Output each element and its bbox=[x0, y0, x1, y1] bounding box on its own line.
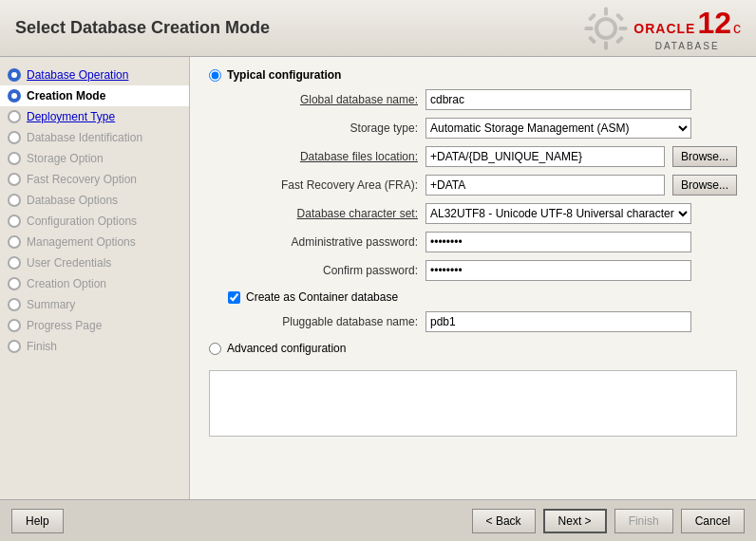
step-circle-8 bbox=[8, 215, 21, 228]
sidebar-item-configuration-options: Configuration Options bbox=[0, 211, 189, 232]
sidebar-label-fast-recovery-option: Fast Recovery Option bbox=[27, 173, 137, 186]
sidebar-label-management-options: Management Options bbox=[27, 235, 136, 249]
svg-rect-1 bbox=[604, 7, 608, 15]
oracle-branding: ORACLE 12c DATABASE bbox=[633, 6, 741, 51]
step-circle-1 bbox=[8, 68, 21, 82]
svg-rect-7 bbox=[588, 35, 596, 44]
step-circle-2 bbox=[8, 89, 21, 103]
sidebar-label-progress-page: Progress Page bbox=[27, 319, 102, 332]
header: Select Database Creation Mode ORACLE 12c… bbox=[0, 0, 756, 57]
oracle-logo: ORACLE 12c DATABASE bbox=[582, 5, 741, 52]
message-box bbox=[209, 370, 737, 437]
step-circle-3 bbox=[8, 110, 21, 123]
sidebar-item-fast-recovery-option: Fast Recovery Option bbox=[0, 169, 189, 190]
sidebar: Database Operation Creation Mode Deploym… bbox=[0, 57, 190, 499]
sidebar-item-management-options: Management Options bbox=[0, 232, 189, 252]
db-files-location-row: Database files location: Browse... bbox=[228, 146, 737, 167]
step-circle-12 bbox=[8, 298, 21, 311]
next-button[interactable]: Next > bbox=[543, 509, 607, 533]
sidebar-label-finish: Finish bbox=[27, 340, 57, 353]
container-db-row[interactable]: Create as Container database bbox=[228, 290, 737, 304]
oracle-version-c: c bbox=[733, 20, 741, 37]
pluggable-db-input[interactable] bbox=[425, 311, 691, 332]
db-files-location-input[interactable] bbox=[425, 146, 665, 167]
footer: Help < Back Next > Finish Cancel bbox=[0, 499, 756, 541]
sidebar-item-user-credentials: User Credentials bbox=[0, 252, 189, 273]
sidebar-label-database-identification: Database Identification bbox=[27, 131, 142, 144]
db-files-location-label: Database files location: bbox=[228, 150, 418, 163]
help-button[interactable]: Help bbox=[11, 509, 64, 533]
sidebar-item-database-operation[interactable]: Database Operation bbox=[0, 65, 189, 85]
sidebar-label-creation-mode: Creation Mode bbox=[27, 89, 105, 103]
global-db-name-label: Global database name: bbox=[228, 93, 418, 106]
admin-password-label: Administrative password: bbox=[228, 235, 418, 249]
svg-rect-3 bbox=[585, 27, 594, 30]
fast-recovery-area-row: Fast Recovery Area (FRA): Browse... bbox=[228, 175, 737, 196]
back-button[interactable]: < Back bbox=[472, 509, 536, 533]
step-circle-14 bbox=[8, 340, 21, 353]
step-circle-7 bbox=[8, 194, 21, 207]
db-character-set-row: Database character set: AL32UTF8 - Unico… bbox=[228, 203, 737, 224]
svg-rect-5 bbox=[588, 12, 596, 21]
container-db-label[interactable]: Create as Container database bbox=[246, 290, 398, 304]
cancel-button[interactable]: Cancel bbox=[681, 509, 745, 533]
finish-button: Finish bbox=[614, 509, 673, 533]
global-db-name-input[interactable] bbox=[425, 89, 691, 110]
fast-recovery-area-label: Fast Recovery Area (FRA): bbox=[228, 178, 418, 192]
svg-rect-4 bbox=[619, 27, 628, 30]
step-circle-6 bbox=[8, 173, 21, 186]
sidebar-item-creation-option: Creation Option bbox=[0, 273, 189, 294]
step-circle-5 bbox=[8, 152, 21, 165]
storage-type-row: Storage type: Automatic Storage Manageme… bbox=[228, 118, 737, 139]
step-circle-9 bbox=[8, 235, 21, 249]
admin-password-input[interactable] bbox=[425, 232, 691, 252]
confirm-password-input[interactable] bbox=[425, 260, 691, 281]
oracle-database-label: DATABASE bbox=[633, 41, 741, 51]
typical-config-row[interactable]: Typical configuration bbox=[209, 68, 737, 82]
advanced-config-row[interactable]: Advanced configuration bbox=[209, 342, 737, 355]
sidebar-item-summary: Summary bbox=[0, 294, 189, 315]
sidebar-item-database-identification: Database Identification bbox=[0, 127, 189, 148]
typical-config-radio[interactable] bbox=[209, 69, 221, 82]
fast-recovery-browse-button[interactable]: Browse... bbox=[672, 175, 737, 196]
sidebar-label-creation-option: Creation Option bbox=[27, 277, 106, 290]
db-character-set-select[interactable]: AL32UTF8 - Unicode UTF-8 Universal chara… bbox=[425, 203, 691, 224]
db-character-set-label: Database character set: bbox=[228, 207, 418, 220]
sidebar-item-deployment-type[interactable]: Deployment Type bbox=[0, 106, 189, 127]
sidebar-item-database-options: Database Options bbox=[0, 190, 189, 211]
sidebar-item-finish: Finish bbox=[0, 336, 189, 357]
gear-icon bbox=[582, 5, 630, 52]
svg-point-0 bbox=[596, 19, 615, 38]
sidebar-label-deployment-type[interactable]: Deployment Type bbox=[27, 110, 115, 123]
sidebar-item-storage-option: Storage Option bbox=[0, 148, 189, 169]
sidebar-label-database-options: Database Options bbox=[27, 194, 118, 207]
advanced-config-label[interactable]: Advanced configuration bbox=[227, 342, 346, 355]
storage-type-select[interactable]: Automatic Storage Management (ASM) File … bbox=[425, 118, 691, 139]
page-title: Select Database Creation Mode bbox=[15, 18, 270, 38]
sidebar-label-database-operation[interactable]: Database Operation bbox=[27, 68, 128, 82]
oracle-text: ORACLE bbox=[633, 21, 695, 36]
pluggable-db-row: Pluggable database name: bbox=[228, 311, 737, 332]
sidebar-label-user-credentials: User Credentials bbox=[27, 256, 111, 270]
step-circle-10 bbox=[8, 256, 21, 270]
admin-password-row: Administrative password: bbox=[228, 232, 737, 252]
typical-config-fields: Global database name: Storage type: Auto… bbox=[228, 89, 737, 281]
step-circle-4 bbox=[8, 131, 21, 144]
db-files-browse-button[interactable]: Browse... bbox=[672, 146, 737, 167]
confirm-password-label: Confirm password: bbox=[228, 264, 418, 277]
fast-recovery-area-input[interactable] bbox=[425, 175, 665, 196]
container-db-checkbox[interactable] bbox=[228, 291, 240, 304]
typical-config-label[interactable]: Typical configuration bbox=[227, 68, 341, 82]
oracle-version: 12 bbox=[697, 6, 731, 41]
sidebar-label-configuration-options: Configuration Options bbox=[27, 215, 137, 228]
global-db-name-row: Global database name: bbox=[228, 89, 737, 110]
advanced-config-radio[interactable] bbox=[209, 343, 221, 355]
svg-rect-8 bbox=[615, 35, 624, 44]
svg-rect-6 bbox=[615, 12, 624, 21]
confirm-password-row: Confirm password: bbox=[228, 260, 737, 281]
pluggable-db-label: Pluggable database name: bbox=[228, 315, 418, 328]
sidebar-label-storage-option: Storage Option bbox=[27, 152, 104, 165]
footer-left: Help bbox=[11, 509, 64, 533]
footer-right: < Back Next > Finish Cancel bbox=[472, 509, 745, 533]
main-container: Database Operation Creation Mode Deploym… bbox=[0, 57, 756, 499]
